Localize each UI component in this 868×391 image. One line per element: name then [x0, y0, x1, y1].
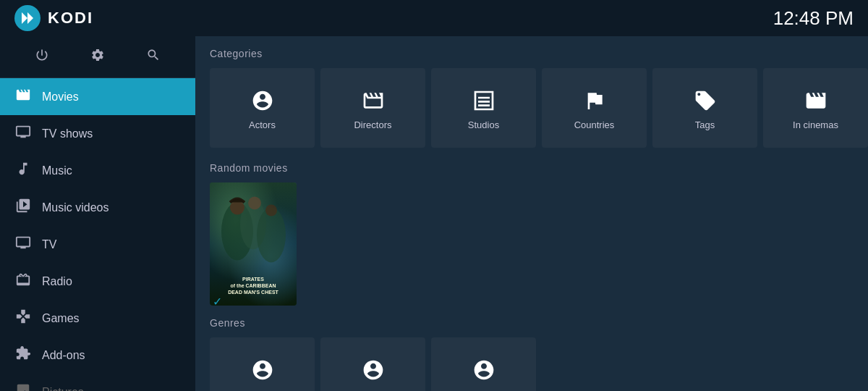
sidebar-label-pictures: Pictures — [42, 386, 84, 392]
sidebar-item-games[interactable]: Games — [0, 300, 195, 337]
category-tile-studios[interactable]: Studios — [431, 68, 536, 148]
incinemas-label: In cinemas — [793, 119, 838, 130]
fantasy-label: Fantasy — [356, 389, 389, 392]
tags-icon — [694, 89, 717, 112]
radio-icon — [14, 272, 32, 291]
genre-tile-action[interactable]: Action — [431, 337, 536, 391]
poster-title-text: PIRATESof the CARIBBEANDEAD MAN'S CHEST — [210, 276, 297, 295]
categories-row: Actors Directors Studios — [210, 68, 854, 148]
sidebar-top-icons — [0, 36, 195, 78]
category-tile-countries[interactable]: Countries — [542, 68, 647, 148]
category-tile-directors[interactable]: Directors — [320, 68, 425, 148]
sidebar: Movies TV shows Music Music videos — [0, 36, 195, 391]
movie-checkmark: ✓ — [213, 295, 222, 308]
sidebar-item-tv[interactable]: TV — [0, 226, 195, 263]
actors-icon — [251, 89, 274, 112]
incinemas-icon — [804, 89, 827, 112]
sidebar-label-tv: TV — [42, 238, 56, 251]
kodi-logo-icon — [14, 5, 41, 31]
sidebar-item-musicvideos[interactable]: Music videos — [0, 189, 195, 226]
movie-poster: PIRATESof the CARIBBEANDEAD MAN'S CHEST — [210, 182, 297, 306]
category-tile-actors[interactable]: Actors — [210, 68, 315, 148]
sidebar-item-movies[interactable]: Movies — [0, 78, 195, 115]
sidebar-label-games: Games — [42, 312, 80, 325]
search-button[interactable] — [140, 45, 166, 69]
genres-section-label: Genres — [210, 317, 854, 329]
sidebar-item-pictures[interactable]: Pictures — [0, 374, 195, 391]
adventure-label: Adventure — [241, 389, 284, 392]
genre-tile-adventure[interactable]: Adventure — [210, 337, 315, 391]
musicvideos-icon — [14, 198, 32, 217]
fantasy-icon — [362, 358, 385, 382]
settings-button[interactable] — [85, 45, 111, 69]
studios-icon — [472, 89, 495, 112]
tvshows-icon — [14, 124, 32, 143]
sidebar-label-radio: Radio — [42, 275, 72, 288]
app-title: KODI — [48, 9, 93, 28]
addons-icon — [14, 345, 32, 365]
genres-row: Adventure Fantasy Action — [210, 337, 854, 391]
movie-poster-art: PIRATESof the CARIBBEANDEAD MAN'S CHEST — [210, 182, 297, 306]
clock-display: 12:48 PM — [773, 7, 854, 30]
random-movies-label: Random movies — [210, 162, 854, 174]
action-label: Action — [470, 389, 496, 392]
power-button[interactable] — [29, 45, 55, 69]
categories-section-label: Categories — [210, 48, 854, 59]
main-layout: Movies TV shows Music Music videos — [0, 36, 868, 391]
studios-label: Studios — [468, 119, 499, 130]
action-icon — [472, 358, 495, 382]
sidebar-label-addons: Add-ons — [42, 349, 85, 362]
actors-label: Actors — [249, 119, 276, 130]
sidebar-item-music[interactable]: Music — [0, 152, 195, 189]
directors-icon — [362, 89, 385, 112]
svg-point-8 — [265, 205, 277, 216]
genres-section: Genres Adventure Fantasy — [210, 317, 854, 391]
header: KODI 12:48 PM — [0, 0, 868, 36]
random-movies-section: Random movies — [210, 162, 854, 306]
sidebar-label-musicvideos: Music videos — [42, 201, 109, 214]
games-icon — [14, 308, 32, 328]
sidebar-item-addons[interactable]: Add-ons — [0, 337, 195, 374]
header-left: KODI — [14, 5, 93, 31]
sidebar-item-radio[interactable]: Radio — [0, 263, 195, 300]
adventure-icon — [251, 358, 274, 382]
tv-icon — [14, 235, 32, 254]
music-icon — [14, 161, 32, 180]
sidebar-label-movies: Movies — [42, 91, 79, 104]
countries-icon — [583, 89, 606, 112]
content-area: Categories Actors Directors — [195, 36, 868, 391]
genre-tile-fantasy[interactable]: Fantasy — [320, 337, 425, 391]
sidebar-item-tvshows[interactable]: TV shows — [0, 115, 195, 152]
sidebar-label-tvshows: TV shows — [42, 127, 93, 140]
movie-poster-container[interactable]: PIRATESof the CARIBBEANDEAD MAN'S CHEST … — [210, 182, 297, 306]
countries-label: Countries — [574, 119, 615, 130]
tags-label: Tags — [695, 119, 715, 130]
pictures-icon — [14, 382, 32, 391]
sidebar-label-music: Music — [42, 164, 72, 177]
svg-point-7 — [248, 197, 261, 210]
category-tile-tags[interactable]: Tags — [652, 68, 757, 148]
category-tile-incinemas[interactable]: In cinemas — [763, 68, 868, 148]
movies-icon — [14, 87, 32, 106]
poster-characters — [210, 188, 297, 274]
directors-label: Directors — [354, 119, 391, 130]
